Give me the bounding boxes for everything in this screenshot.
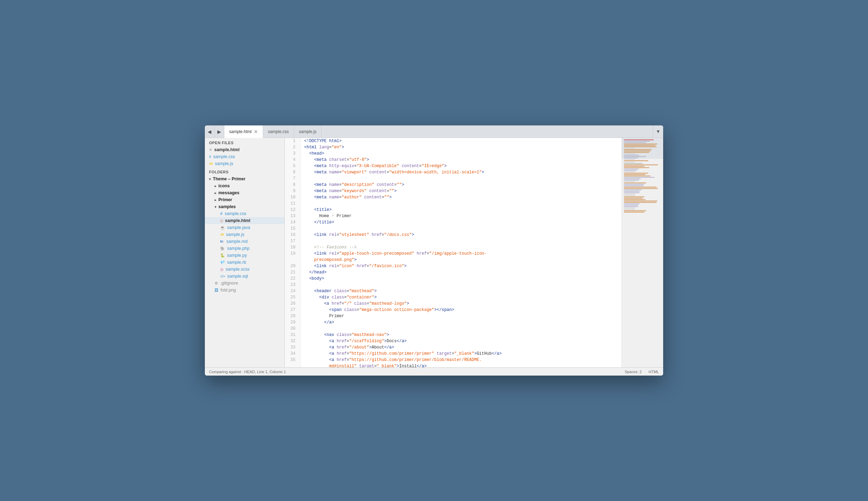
folder-name: samples — [218, 204, 236, 209]
folder-icons[interactable]: ▸ icons — [205, 182, 284, 189]
file-name: sample.scss — [226, 267, 250, 272]
file-sample-scss[interactable]: ◎ sample.scss — [205, 266, 284, 273]
minimap — [621, 138, 663, 367]
open-file-sample-js[interactable]: JS sample.js — [205, 160, 284, 167]
file-name: sample.php — [227, 246, 250, 251]
status-bar: Comparing against : HEAD, Line 1, Column… — [205, 367, 663, 376]
tab-label: sample.html — [229, 129, 252, 134]
main-content: OPEN FILES ✕ sample.html # sample.css JS… — [205, 138, 663, 367]
folder-name: Theme – Primer — [213, 176, 245, 181]
py-file-icon: 🐍 — [220, 253, 225, 258]
arrow-right-icon: ▸ — [215, 191, 216, 195]
arrow-right-icon: ▸ — [215, 198, 216, 202]
code-editor[interactable]: <!DOCTYPE html> <html lang="en"> <head> … — [301, 138, 621, 367]
file-sample-php[interactable]: 🐘 sample.php — [205, 245, 284, 252]
file-name: sample.css — [213, 154, 235, 159]
md-file-icon: M↓ — [220, 240, 224, 243]
arrow-right-icon: ▸ — [215, 184, 216, 188]
file-sample-css[interactable]: # sample.css — [205, 210, 284, 217]
open-file-sample-css[interactable]: # sample.css — [205, 153, 284, 160]
file-fold-png[interactable]: 🖼 fold.png — [205, 287, 284, 294]
img-file-icon: 🖼 — [215, 288, 218, 292]
php-file-icon: 🐘 — [220, 246, 225, 251]
file-name: sample.rb — [227, 260, 246, 265]
status-right: Spaces: 2 HTML — [625, 370, 659, 374]
file-name: sample.md — [226, 239, 248, 244]
folders-title: FOLDERS — [205, 167, 284, 175]
file-name: sample.java — [227, 225, 250, 230]
file-sample-md[interactable]: M↓ sample.md — [205, 238, 284, 245]
java-file-icon: ☕ — [220, 225, 225, 230]
file-name: sample.js — [226, 232, 244, 237]
open-files-title: OPEN FILES — [205, 138, 284, 146]
css-file-icon: # — [220, 211, 223, 216]
folder-name: icons — [218, 183, 230, 188]
status-left: Comparing against : HEAD, Line 1, Column… — [209, 370, 286, 374]
language-indicator: HTML — [649, 370, 659, 374]
file-name: fold.png — [220, 288, 236, 293]
folder-name: messages — [218, 190, 239, 195]
tabs-container: sample.html ✕ sample.css sample.js — [224, 125, 439, 138]
tab-nav-prev[interactable]: ◀ — [205, 125, 215, 138]
file-sample-java[interactable]: ☕ sample.java — [205, 224, 284, 231]
file-name: sample.css — [225, 211, 247, 216]
open-file-sample-html[interactable]: ✕ sample.html — [205, 146, 284, 153]
arrow-down-icon: ▾ — [209, 177, 211, 181]
code-area: 1 2 3 4 5 6 7 8 9 10 11 12 13 14 15 16 1… — [285, 138, 663, 367]
rb-file-icon: 💎 — [220, 260, 225, 265]
tab-bar: ◀ ▶ sample.html ✕ sample.css sample.js ▼ — [205, 125, 663, 138]
line-numbers: 1 2 3 4 5 6 7 8 9 10 11 12 13 14 15 16 1… — [285, 138, 301, 367]
folder-messages[interactable]: ▸ messages — [205, 189, 284, 196]
file-sample-sql[interactable]: </> sample.sql — [205, 273, 284, 280]
file-gitignore[interactable]: ⚙ .gitignore — [205, 280, 284, 287]
tab-close-icon[interactable]: ✕ — [254, 129, 258, 134]
folder-samples[interactable]: ▾ samples — [205, 203, 284, 210]
file-name: sample.sql — [227, 274, 248, 279]
tab-dropdown-button[interactable]: ▼ — [653, 125, 663, 138]
js-icon: JS — [209, 162, 213, 165]
file-sample-py[interactable]: 🐍 sample.py — [205, 252, 284, 259]
file-name: sample.js — [215, 161, 233, 166]
file-sample-js[interactable]: JS sample.js — [205, 231, 284, 238]
file-name: sample.html — [225, 218, 250, 223]
tab-sample-js[interactable]: sample.js — [294, 125, 322, 138]
folder-primer[interactable]: ▸ Primer — [205, 196, 284, 203]
tab-sample-html[interactable]: sample.html ✕ — [224, 125, 263, 138]
css-icon: # — [209, 155, 211, 159]
file-sample-html-active[interactable]: ◇ sample.html — [205, 217, 284, 224]
sidebar: OPEN FILES ✕ sample.html # sample.css JS… — [205, 138, 285, 367]
spaces-indicator: Spaces: 2 — [625, 370, 642, 374]
arrow-down-icon: ▾ — [215, 205, 216, 209]
js-file-icon: JS — [220, 233, 224, 236]
git-file-icon: ⚙ — [215, 281, 218, 286]
tab-label: sample.js — [299, 129, 317, 134]
close-icon: ✕ — [209, 148, 212, 152]
folder-theme-primer[interactable]: ▾ Theme – Primer — [205, 175, 284, 182]
tab-label: sample.css — [268, 129, 289, 134]
tab-nav-next[interactable]: ▶ — [215, 125, 224, 138]
editor-window: ◀ ▶ sample.html ✕ sample.css sample.js ▼… — [205, 125, 663, 376]
file-name: sample.py — [227, 253, 247, 258]
tab-sample-css[interactable]: sample.css — [263, 125, 294, 138]
file-name: .gitignore — [220, 281, 238, 286]
scss-file-icon: ◎ — [220, 267, 224, 272]
folder-name: Primer — [218, 197, 232, 202]
file-sample-rb[interactable]: 💎 sample.rb — [205, 259, 284, 266]
sql-file-icon: </> — [220, 274, 225, 278]
html-file-icon: ◇ — [220, 219, 223, 223]
file-name: sample.html — [214, 147, 240, 152]
